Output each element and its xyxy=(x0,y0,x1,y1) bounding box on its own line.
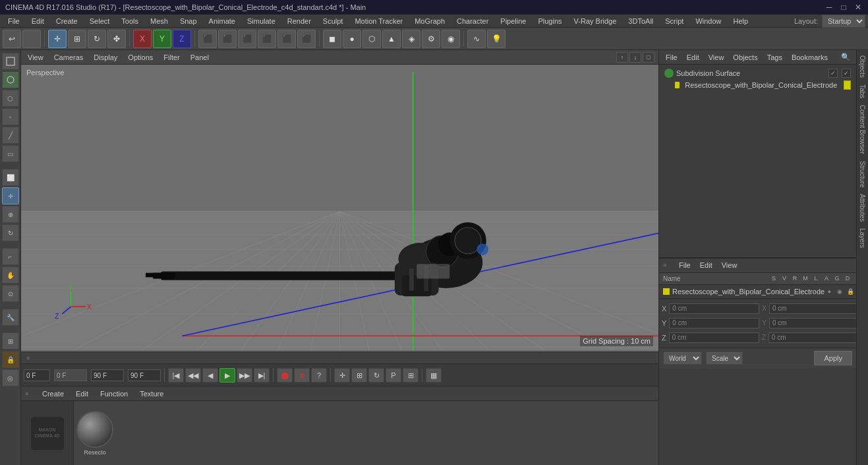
obj-row-resecto[interactable]: Resectoscope_with_Bipolar_Conical_Electr… xyxy=(659,285,856,298)
menu-edit[interactable]: Edit xyxy=(26,16,49,26)
menu-character[interactable]: Character xyxy=(451,16,494,26)
material-ball[interactable]: Resecto xyxy=(76,411,113,456)
scene-checkmark-1[interactable]: ✓ xyxy=(828,69,838,78)
menu-animate[interactable]: Animate xyxy=(204,16,241,26)
rotate-button[interactable]: ↻ xyxy=(2,224,19,241)
keyframe-button[interactable]: ⬛ xyxy=(218,30,237,48)
axis-x-button[interactable]: X xyxy=(133,30,152,48)
panel-tab-objects[interactable]: Objects xyxy=(730,52,760,63)
material-tab-texture[interactable]: Texture xyxy=(136,388,167,399)
menu-script[interactable]: Script xyxy=(660,16,689,26)
cube-button[interactable]: ◼ xyxy=(323,30,341,48)
camera-button[interactable]: ◎ xyxy=(2,369,19,387)
prev-frame-button[interactable]: ◀◀ xyxy=(185,368,201,383)
scale-dropdown[interactable]: Scale xyxy=(706,352,743,365)
world-dropdown[interactable]: World Object xyxy=(663,352,702,365)
viewport-menu-view[interactable]: View xyxy=(25,52,46,63)
menu-pipeline[interactable]: Pipeline xyxy=(495,16,531,26)
menu-simulate[interactable]: Simulate xyxy=(242,16,281,26)
viewport-menu-display[interactable]: Display xyxy=(91,52,120,63)
viewport-ctrl-2[interactable]: ↓ xyxy=(629,52,641,63)
close-button[interactable]: ✕ xyxy=(854,3,863,12)
texture-mode-button[interactable] xyxy=(2,71,19,88)
viewport-menu-panel[interactable]: Panel xyxy=(188,52,212,63)
frame-end2-input[interactable] xyxy=(128,369,161,381)
scene-color-indicator[interactable] xyxy=(844,80,851,90)
frame-end-input[interactable] xyxy=(91,369,124,381)
layout-dropdown[interactable]: Startup xyxy=(822,15,865,28)
obj-tab-view[interactable]: View xyxy=(719,260,740,270)
grid-key-button[interactable]: ⊞ xyxy=(403,368,419,383)
viewport-menu-options[interactable]: Options xyxy=(125,52,156,63)
axis-z-button[interactable]: Z xyxy=(173,30,191,48)
obj-tab-file[interactable]: File xyxy=(676,260,693,270)
menu-sculpt[interactable]: Sculpt xyxy=(318,16,349,26)
auto-key-button[interactable]: ⊗ xyxy=(294,368,310,383)
flag-lock[interactable]: 🔒 xyxy=(846,287,855,296)
menu-help[interactable]: Help xyxy=(728,16,754,26)
redo-button[interactable]: ↪ xyxy=(22,30,41,48)
pose-button[interactable]: P xyxy=(386,368,401,383)
obj-tab-edit[interactable]: Edit xyxy=(697,260,715,270)
snap-button[interactable]: ⊞ xyxy=(2,332,19,350)
selection-button[interactable]: ⬜ xyxy=(2,169,19,186)
scene-resectoscope[interactable]: Resectoscope_with_Bipolar_Conical_Electr… xyxy=(662,79,854,91)
poly-mode-button[interactable]: ▭ xyxy=(2,145,19,162)
next-step-button[interactable]: ▶▶ xyxy=(237,368,252,383)
menu-mograph[interactable]: MoGraph xyxy=(409,16,450,26)
menu-plugins[interactable]: Plugins xyxy=(533,16,567,26)
obj-expand[interactable]: ≡ xyxy=(663,262,672,268)
menu-select[interactable]: Select xyxy=(84,16,115,26)
material-tab-function[interactable]: Function xyxy=(96,388,132,399)
timeline-expand[interactable]: ≡ xyxy=(26,355,37,361)
scale-key-button[interactable]: ⊞ xyxy=(351,368,367,383)
material-tab-edit[interactable]: Edit xyxy=(72,388,92,399)
coord-y-size[interactable] xyxy=(769,318,859,328)
minimize-button[interactable]: ─ xyxy=(825,3,834,12)
cone-button[interactable]: ▲ xyxy=(382,30,401,48)
frame-start-input[interactable] xyxy=(24,369,50,381)
magnet-button[interactable]: 🔧 xyxy=(2,309,19,326)
coord-x-size[interactable] xyxy=(769,303,859,314)
coord-z-pos[interactable] xyxy=(669,332,759,343)
render-button[interactable]: ⬛ xyxy=(297,30,316,48)
search-icon[interactable]: 🔍 xyxy=(838,51,853,63)
material-tab-create[interactable]: Create xyxy=(38,388,68,399)
hand-button[interactable]: ✋ xyxy=(2,266,19,284)
cam-button[interactable]: ⬛ xyxy=(258,30,276,48)
menu-create[interactable]: Create xyxy=(51,16,83,26)
menu-render[interactable]: Render xyxy=(282,16,316,26)
move-key-button[interactable]: ✛ xyxy=(334,368,350,383)
move-tool-button[interactable]: ✛ xyxy=(48,30,67,48)
viewport-menu-cameras[interactable]: Cameras xyxy=(51,52,86,63)
coord-x-pos[interactable] xyxy=(669,303,759,314)
eyedropper-button[interactable]: ⊙ xyxy=(2,285,19,302)
tab-content-browser[interactable]: Content Browser xyxy=(858,102,867,156)
prev-step-button[interactable]: ◀ xyxy=(202,368,218,383)
line-button[interactable]: ⌐ xyxy=(2,248,19,265)
menu-motion-tracker[interactable]: Motion Tracker xyxy=(349,16,408,26)
layout-key-button[interactable]: ▦ xyxy=(426,368,442,383)
deform-button[interactable]: ◉ xyxy=(442,30,460,48)
model-mode-button[interactable] xyxy=(2,53,19,70)
transform-button[interactable]: ✤ xyxy=(107,30,126,48)
goto-start-button[interactable]: |◀ xyxy=(168,368,184,383)
light-button[interactable]: 💡 xyxy=(487,30,506,48)
menu-tools[interactable]: Tools xyxy=(116,16,144,26)
point-mode-button[interactable]: ◦ xyxy=(2,108,19,125)
material-expand[interactable]: ≡ xyxy=(25,390,34,397)
tab-tabs[interactable]: Tabs xyxy=(858,82,867,101)
frame-current-input[interactable] xyxy=(54,369,87,381)
tab-layers[interactable]: Layers xyxy=(858,226,867,251)
viewport-canvas[interactable]: X Y Z Perspective Grid Spacing : 10 cm xyxy=(21,65,658,352)
menu-3dtoall[interactable]: 3DToAll xyxy=(623,16,658,26)
maximize-button[interactable]: □ xyxy=(839,3,848,12)
viewport-ctrl-1[interactable]: ↑ xyxy=(616,52,628,63)
lock-button[interactable]: 🔒 xyxy=(2,351,19,368)
panel-tab-edit[interactable]: Edit xyxy=(684,52,702,63)
tab-attributes[interactable]: Attributes xyxy=(858,191,867,224)
record-button[interactable]: ⬤ xyxy=(277,368,293,383)
panel-tab-tags[interactable]: Tags xyxy=(765,52,785,63)
viewport-menu-filter[interactable]: Filter xyxy=(161,52,182,63)
scale-button[interactable]: ⊕ xyxy=(2,206,19,223)
